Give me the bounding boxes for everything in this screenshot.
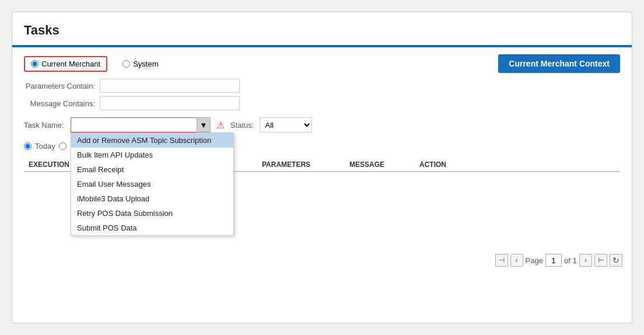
prev-page-btn[interactable]: ‹ [510,254,523,267]
date-radio-group: Today [24,142,66,151]
radio-current-merchant-label: Current Merchant [41,60,100,68]
col-header-action: ACTION [415,160,473,169]
next-page-btn[interactable]: › [579,254,592,267]
last-page-btn[interactable]: ⊢ [594,254,607,267]
task-name-dropdown-menu: Add or Remove ASM Topic Subscription Bul… [71,132,234,236]
pagination: ⊣ ‹ Page of 1 › ⊢ ↻ [495,254,622,267]
page-label: Page [526,256,543,265]
radio-system-label: System [133,60,158,68]
dropdown-item-6[interactable]: Submit POS Data [71,221,233,235]
dropdown-item-4[interactable]: iMobile3 Data Upload [71,191,233,206]
today-radio[interactable] [24,142,32,150]
dropdown-arrow-icon: ▼ [200,121,208,130]
task-name-row: Task Name: ▼ Add or Remove ASM Topic Sub… [24,117,620,132]
refresh-btn[interactable]: ↻ [610,254,622,267]
top-row: Current Merchant System Current Merchant… [24,54,620,73]
of-label: of [564,256,570,265]
total-pages: 1 [573,256,577,265]
radio-current-merchant[interactable]: Current Merchant [24,56,107,72]
dropdown-item-3[interactable]: Email User Messages [71,177,233,191]
task-name-input[interactable] [71,117,211,132]
task-name-label: Task Name: [24,121,65,130]
parameters-contain-input[interactable] [100,79,240,93]
first-page-btn[interactable]: ⊣ [495,254,508,267]
status-label: Status: [230,121,254,130]
parameters-contain-row: Parameters Contain: [24,79,620,93]
warning-icon: ⚠ [216,120,225,131]
dropdown-item-0[interactable]: Add or Remove ASM Topic Subscription [71,133,233,148]
col-header-message: MESSAGE [345,160,415,169]
task-name-dropdown-btn[interactable]: ▼ [197,117,211,132]
status-select[interactable]: All Pending Running Complete Failed [260,117,312,132]
context-button[interactable]: Current Merchant Context [498,54,620,73]
custom-date-radio[interactable] [59,142,66,150]
page-number-input[interactable] [545,254,562,267]
radio-group: Current Merchant System [24,56,164,72]
dropdown-item-1[interactable]: Bulk Item API Updates [71,148,233,162]
parameters-contain-label: Parameters Contain: [24,82,100,90]
message-contains-input[interactable] [100,96,240,110]
col-header-parameters: PARAMETERS [257,160,345,169]
message-contains-row: Message Contains: [24,96,620,110]
page-title: Tasks [12,12,632,45]
refresh-icon: ↻ [612,256,620,265]
today-label: Today [35,142,55,151]
dropdown-item-5[interactable]: Retry POS Data Submission [71,206,233,221]
task-name-wrapper: ▼ Add or Remove ASM Topic Subscription B… [71,117,211,132]
radio-system[interactable]: System [117,57,164,71]
message-contains-label: Message Contains: [24,99,100,108]
dropdown-item-2[interactable]: Email Receipt [71,162,233,177]
